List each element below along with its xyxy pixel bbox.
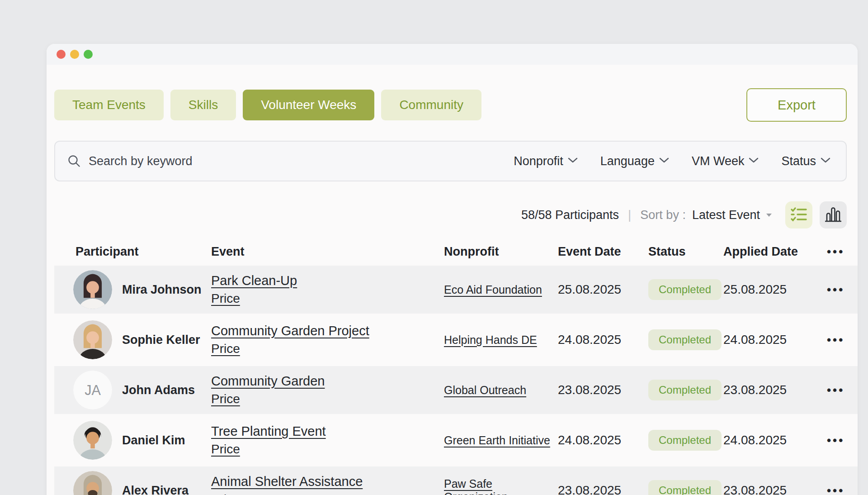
applied-date: 23.08.2025 [723,383,827,397]
nonprofit-link[interactable]: Eco Aid Foundation [444,283,542,296]
tab-skills[interactable]: Skills [170,90,236,120]
participant-cell: JA John Adams [54,366,211,414]
row-menu-button[interactable]: ••• [827,333,844,347]
price-link[interactable]: Price [211,492,240,495]
column-header-nonprofit: Nonprofit [444,245,558,259]
close-window-icon[interactable] [57,50,66,59]
chart-view-button[interactable] [820,201,847,228]
nonprofit-link[interactable]: Paw Safe Organization [444,477,508,495]
tab-volunteer-weeks[interactable]: Volunteer Weeks [243,90,374,120]
table-header: Participant Event Nonprofit Event Date S… [54,238,858,266]
search-icon [67,154,81,168]
filter-vm-week[interactable]: VM Week [692,154,759,168]
chevron-down-icon [659,157,669,165]
participant-name: Alex Rivera [122,484,189,495]
price-link[interactable]: Price [211,291,240,306]
export-button[interactable]: Export [746,88,847,122]
zoom-window-icon[interactable] [84,50,93,59]
status-badge: Completed [648,480,722,495]
tab-team-events[interactable]: Team Events [54,90,164,120]
chevron-down-icon [749,157,759,165]
row-menu-button[interactable]: ••• [827,433,844,447]
divider: | [628,208,631,222]
caret-down-icon [765,213,773,218]
nonprofit-link[interactable]: Global Outreach [444,384,526,396]
chevron-down-icon [568,157,578,165]
column-header-event-date: Event Date [558,245,648,259]
event-cell: Park Clean-Up Price [211,273,444,306]
price-link[interactable]: Price [211,442,240,457]
status-badge: Completed [648,380,722,400]
event-link[interactable]: Community Garden Project [211,324,369,338]
minimize-window-icon[interactable] [70,50,79,59]
event-date: 23.08.2025 [558,483,648,495]
list-view-button[interactable] [785,201,812,228]
applied-date: 24.08.2025 [723,333,827,347]
column-header-applied-date: Applied Date [723,245,827,259]
filters: Nonprofit Language VM Week [514,154,830,168]
row-menu-button[interactable]: ••• [827,283,844,296]
applied-date: 25.08.2025 [723,282,827,297]
price-link[interactable]: Price [211,342,240,356]
column-header-status: Status [648,245,723,259]
table-row: Sophie Keller Community Garden Project P… [54,316,858,364]
participant-cell: Mira Johnson [54,266,211,314]
participant-cell: Sophie Keller [54,316,211,364]
participant-cell: Daniel Kim [54,416,211,464]
filter-status[interactable]: Status [781,154,830,168]
event-link[interactable]: Community Garden [211,374,325,389]
table-row: Alex Rivera Animal Shelter Assistance Pr… [54,466,858,495]
event-cell: Tree Planting Event Price [211,424,444,457]
filter-nonprofit[interactable]: Nonprofit [514,154,578,168]
applied-date: 24.08.2025 [723,433,827,447]
nonprofit-link[interactable]: Green Earth Initiative [444,434,550,447]
tab-community[interactable]: Community [381,90,481,120]
sort-select[interactable]: Latest Event [692,208,773,222]
summary-row: 58/58 Participants | Sort by : Latest Ev… [54,201,847,228]
applied-date: 23.08.2025 [723,483,827,495]
table-row: Daniel Kim Tree Planting Event Price Gre… [54,416,858,464]
price-link[interactable]: Price [211,392,240,406]
participants-table: Participant Event Nonprofit Event Date S… [54,238,858,495]
event-date: 24.08.2025 [558,433,648,447]
chevron-down-icon [821,157,830,165]
participant-name: John Adams [122,383,195,397]
sort-by-label: Sort by : [640,208,686,222]
status-badge: Completed [648,279,722,300]
app-window: Team Events Skills Volunteer Weeks Commu… [47,44,858,495]
avatar [73,421,112,460]
event-date: 23.08.2025 [558,383,648,397]
filter-language[interactable]: Language [600,154,669,168]
event-date: 24.08.2025 [558,333,648,347]
event-cell: Community Garden Price [211,374,444,406]
column-header-participant: Participant [54,245,211,259]
avatar: JA [73,371,112,409]
event-link[interactable]: Park Clean-Up [211,273,297,288]
avatar [73,471,112,495]
status-badge: Completed [648,329,722,350]
participant-name: Mira Johnson [122,283,202,297]
row-menu-button[interactable]: ••• [827,484,844,495]
table-body: Mira Johnson Park Clean-Up Price Eco Aid… [54,266,858,495]
column-header-event: Event [211,245,444,259]
bar-chart-icon [825,206,841,224]
status-badge: Completed [648,430,722,451]
search-input[interactable] [89,154,514,168]
table-row: JA John Adams Community Garden Price Glo… [54,366,858,414]
nonprofit-link[interactable]: Helping Hands DE [444,333,537,346]
window-titlebar [47,44,858,65]
event-date: 25.08.2025 [558,282,648,297]
event-cell: Animal Shelter Assistance Price [211,474,444,495]
row-menu-button[interactable]: ••• [827,383,844,397]
event-link[interactable]: Tree Planting Event [211,424,326,439]
event-link[interactable]: Animal Shelter Assistance [211,474,363,489]
search-bar: Nonprofit Language VM Week [54,141,847,181]
participant-name: Daniel Kim [122,433,185,447]
participant-cell: Alex Rivera [54,466,211,495]
table-menu-button[interactable]: ••• [827,245,858,259]
table-row: Mira Johnson Park Clean-Up Price Eco Aid… [54,266,858,314]
svg-text:JA: JA [85,382,101,398]
avatar [73,270,112,309]
avatar [73,320,112,359]
participants-count: 58/58 Participants [521,208,619,222]
